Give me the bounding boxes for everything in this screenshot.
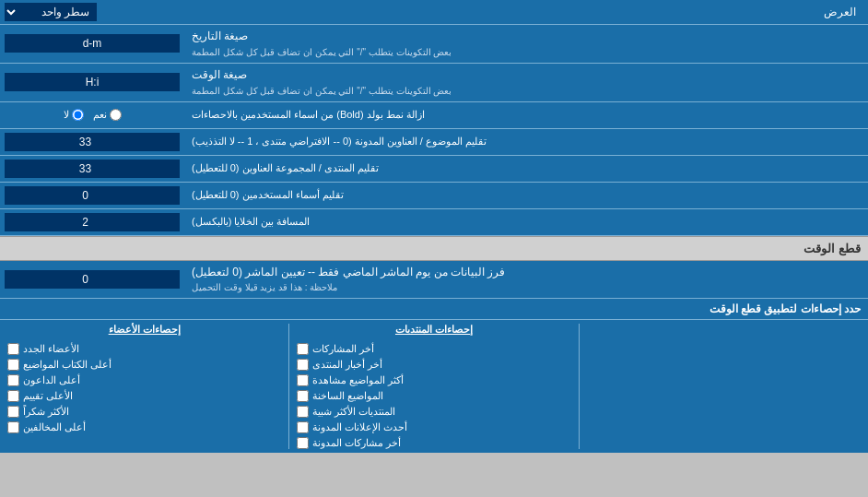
time-format-label: صيغة الوقت بعض التكوينات يتطلب "/" التي …: [184, 64, 868, 101]
bold-remove-radio-cell: نعم لا: [0, 102, 184, 128]
divider-1: [579, 324, 580, 449]
checkbox-item: أعلى الكتاب المواضيع: [7, 359, 281, 371]
checkbox-item: المواضيع الساخنة: [297, 390, 570, 402]
checkbox-col-forums: إحصاءات المنتديات أخر المشاركات أخر أخبا…: [297, 324, 570, 449]
checkbox-item: أعلى الداعون: [7, 374, 281, 386]
bold-radio-yes[interactable]: نعم: [93, 109, 122, 121]
checkbox-most-thanked[interactable]: [7, 406, 19, 418]
checkbox-top-posters[interactable]: [7, 359, 19, 371]
bold-radio-no[interactable]: لا: [64, 109, 84, 121]
checkbox-last-posts[interactable]: [297, 343, 309, 355]
section2-header: قطع الوقت: [0, 236, 868, 261]
checkbox-new-members[interactable]: [7, 343, 19, 355]
checkbox-item: المنتديات الأكثر شبية: [297, 406, 570, 418]
checkbox-item: أخر مشاركات المدونة: [297, 437, 570, 449]
checkbox-col-empty: [587, 324, 861, 449]
top-header-row: العرض سطر واحد سطران ثلاثة أسطر: [0, 0, 868, 25]
forum-order-input-cell: [0, 156, 184, 182]
cut-time-row: فرز البيانات من يوم الماشر الماضي فقط --…: [0, 261, 868, 300]
forum-order-label: تقليم المنتدى / المجموعة العناوين (0 للت…: [184, 156, 868, 182]
checkbox-latest-announcements[interactable]: [297, 421, 309, 433]
checkbox-most-viewed[interactable]: [297, 374, 309, 386]
col2-header: إحصاءات المنتديات: [297, 324, 570, 336]
usernames-order-input[interactable]: [5, 186, 180, 205]
date-format-label: صيغة التاريخ بعض التكوينات يتطلب "/" الت…: [184, 25, 868, 63]
time-format-row: صيغة الوقت بعض التكوينات يتطلب "/" التي …: [0, 64, 868, 102]
checkbox-top-rated[interactable]: [7, 390, 19, 402]
checkbox-blog-posts[interactable]: [297, 437, 309, 449]
bold-radio-yes-input[interactable]: [110, 109, 122, 121]
topics-order-input-cell: [0, 129, 184, 155]
display-mode-select[interactable]: سطر واحد سطران ثلاثة أسطر: [5, 3, 97, 21]
usernames-order-row: تقليم أسماء المستخدمين (0 للتعطيل): [0, 183, 868, 209]
checkboxes-grid: إحصاءات المنتديات أخر المشاركات أخر أخبا…: [0, 320, 868, 453]
checkbox-item: أكثر المواضيع مشاهدة: [297, 374, 570, 386]
checkbox-hot-topics[interactable]: [297, 390, 309, 402]
checkbox-forum-news[interactable]: [297, 359, 309, 371]
divider-2: [288, 324, 289, 449]
checkbox-top-warned[interactable]: [7, 421, 19, 433]
cut-time-input[interactable]: [5, 270, 180, 289]
checkbox-item: الأعلى تقييم: [7, 390, 281, 402]
checkbox-item: الأعضاء الجدد: [7, 343, 281, 355]
topics-order-label: تقليم الموضوع / العناوين المدونة (0 -- ا…: [184, 129, 868, 155]
topics-order-row: تقليم الموضوع / العناوين المدونة (0 -- ا…: [0, 129, 868, 156]
cut-time-input-cell: [0, 261, 184, 299]
bold-radio-no-input[interactable]: [72, 109, 84, 121]
usernames-order-label: تقليم أسماء المستخدمين (0 للتعطيل): [184, 183, 868, 208]
time-format-input-cell: [0, 64, 184, 101]
cell-spacing-input-cell: [0, 209, 184, 235]
checkbox-popular-forums[interactable]: [297, 406, 309, 418]
checkbox-item: أخر أخبار المنتدى: [297, 359, 570, 371]
usernames-order-input-cell: [0, 183, 184, 208]
bold-remove-label: ازالة نمط بولد (Bold) من اسماء المستخدمي…: [184, 102, 868, 128]
cut-time-label: فرز البيانات من يوم الماشر الماضي فقط --…: [184, 261, 868, 299]
checkbox-top-referrers[interactable]: [7, 374, 19, 386]
header-label: العرض: [97, 6, 863, 18]
checkbox-item: أخر المشاركات: [297, 343, 570, 355]
date-format-row: صيغة التاريخ بعض التكوينات يتطلب "/" الت…: [0, 25, 868, 64]
topics-order-input[interactable]: [5, 133, 180, 151]
cell-spacing-input[interactable]: [5, 213, 180, 231]
checkbox-col-members: إحصاءات الأعضاء الأعضاء الجدد أعلى الكتا…: [7, 324, 281, 449]
checkboxes-header: حدد إحصاءات لتطبيق قطع الوقت: [0, 299, 868, 320]
forum-order-input[interactable]: [5, 160, 180, 178]
checkbox-item: الأكثر شكراً: [7, 406, 281, 418]
date-format-input-cell: [0, 25, 184, 63]
checkbox-item: أحدث الإعلانات المدونة: [297, 421, 570, 433]
forum-order-row: تقليم المنتدى / المجموعة العناوين (0 للت…: [0, 156, 868, 183]
bold-remove-row: ازالة نمط بولد (Bold) من اسماء المستخدمي…: [0, 102, 868, 129]
cell-spacing-row: المسافة بين الخلايا (بالبكسل): [0, 209, 868, 236]
time-format-input[interactable]: [5, 73, 180, 91]
date-format-input[interactable]: [5, 34, 180, 53]
checkbox-item: أعلى المخالفين: [7, 421, 281, 433]
cell-spacing-label: المسافة بين الخلايا (بالبكسل): [184, 209, 868, 235]
col1-header: إحصاءات الأعضاء: [7, 324, 281, 336]
